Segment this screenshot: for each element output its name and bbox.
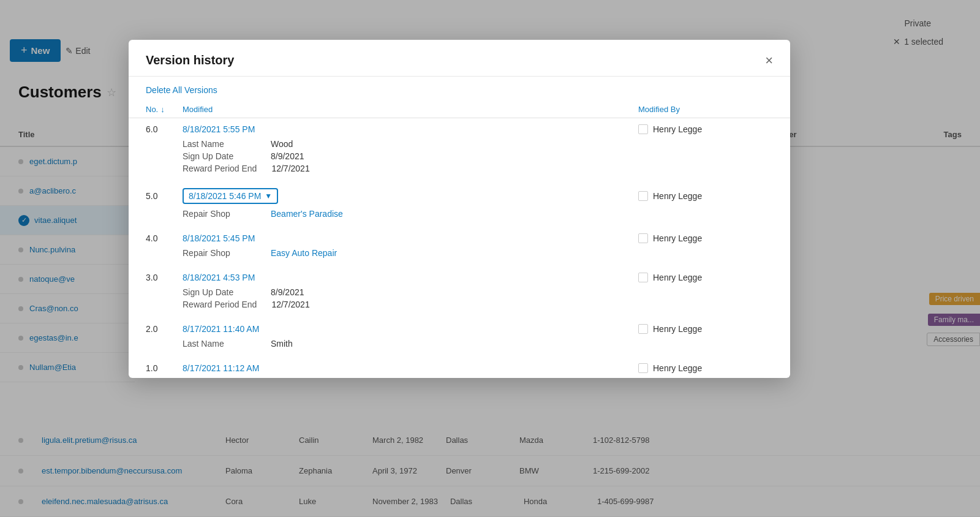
detail-row: Reward Period End 12/7/2021 — [183, 300, 773, 309]
version-main-row: 4.0 8/18/2021 5:45 PM Henry Legge — [146, 227, 773, 248]
version-date[interactable]: 8/17/2021 11:12 AM — [183, 363, 638, 373]
version-row-3: 3.0 8/18/2021 4:53 PM Henry Legge Sign U… — [129, 266, 790, 318]
dropdown-arrow-icon[interactable]: ▼ — [265, 192, 272, 200]
version-number: 1.0 — [146, 363, 183, 373]
version-row-5: 5.0 8/18/2021 5:46 PM ▼ Henry Legge — [129, 182, 790, 227]
detail-row: Repair Shop Beamer's Paradise — [183, 209, 773, 219]
version-date-link[interactable]: 8/18/2021 5:55 PM — [183, 124, 255, 134]
close-dialog-button[interactable]: × — [765, 54, 773, 67]
version-date[interactable]: 8/17/2021 11:40 AM — [183, 324, 638, 334]
version-date-link[interactable]: 8/18/2021 5:45 PM — [183, 233, 255, 243]
version-history-dialog: Version history × Delete All Versions No… — [129, 40, 790, 378]
detail-row: Repair Shop Easy Auto Repair — [183, 248, 773, 258]
version-number: 3.0 — [146, 273, 183, 282]
version-modified-by: Henry Legge — [638, 273, 773, 282]
version-number: 6.0 — [146, 124, 183, 134]
version-table-header: No. ↓ Modified Modified By — [129, 101, 790, 118]
detail-row: Last Name Wood — [183, 139, 773, 149]
version-detail: Last Name Smith — [146, 339, 773, 357]
dialog-header: Version history × — [129, 40, 790, 77]
version-row-6: 6.0 8/18/2021 5:55 PM Henry Legge Last N… — [129, 118, 790, 182]
dialog-body: Delete All Versions No. ↓ Modified Modif… — [129, 77, 790, 378]
version-main-row: 2.0 8/17/2021 11:40 AM Henry Legge — [146, 318, 773, 339]
version-date-link[interactable]: 8/17/2021 11:40 AM — [183, 324, 259, 334]
repair-shop-link[interactable]: Easy Auto Repair — [271, 248, 337, 258]
version-checkbox[interactable] — [638, 124, 648, 134]
version-main-row: 1.0 8/17/2021 11:12 AM Henry Legge — [146, 357, 773, 378]
selected-version-date[interactable]: 8/18/2021 5:46 PM ▼ — [183, 188, 278, 204]
col-modified-header[interactable]: Modified — [183, 105, 638, 114]
version-number: 5.0 — [146, 191, 183, 201]
version-modified-by: Henry Legge — [638, 324, 773, 334]
version-checkbox[interactable] — [638, 191, 648, 201]
version-detail: Repair Shop Easy Auto Repair — [146, 248, 773, 266]
version-row-4: 4.0 8/18/2021 5:45 PM Henry Legge Repair… — [129, 227, 790, 266]
version-date[interactable]: 8/18/2021 5:55 PM — [183, 124, 638, 134]
col-no-header[interactable]: No. ↓ — [146, 105, 183, 114]
detail-row: Sign Up Date 8/9/2021 — [183, 151, 773, 161]
detail-row: Sign Up Date 8/9/2021 — [183, 287, 773, 297]
delete-all-versions-link[interactable]: Delete All Versions — [129, 77, 790, 101]
version-main-row: 3.0 8/18/2021 4:53 PM Henry Legge — [146, 266, 773, 287]
dialog-title: Version history — [146, 53, 235, 67]
version-checkbox[interactable] — [638, 324, 648, 334]
version-modified-by: Henry Legge — [638, 363, 773, 373]
version-date[interactable]: 8/18/2021 5:45 PM — [183, 233, 638, 243]
version-checkbox[interactable] — [638, 363, 648, 373]
detail-row: Last Name Smith — [183, 339, 773, 349]
version-modified-by: Henry Legge — [638, 233, 773, 243]
col-modified-by-header: Modified By — [638, 105, 773, 114]
version-list[interactable]: 6.0 8/18/2021 5:55 PM Henry Legge Last N… — [129, 118, 790, 378]
version-main-row: 5.0 8/18/2021 5:46 PM ▼ Henry Legge — [146, 182, 773, 209]
version-checkbox[interactable] — [638, 273, 648, 282]
version-detail: Sign Up Date 8/9/2021 Reward Period End … — [146, 287, 773, 318]
version-row-1: 1.0 8/17/2021 11:12 AM Henry Legge — [129, 357, 790, 378]
version-detail: Repair Shop Beamer's Paradise — [146, 209, 773, 227]
version-checkbox[interactable] — [638, 233, 648, 243]
repair-shop-link[interactable]: Beamer's Paradise — [271, 209, 343, 219]
version-detail: Last Name Wood Sign Up Date 8/9/2021 Rew… — [146, 139, 773, 182]
version-date-link[interactable]: 8/17/2021 11:12 AM — [183, 363, 259, 373]
detail-row: Reward Period End 12/7/2021 — [183, 164, 773, 173]
version-date-selected[interactable]: 8/18/2021 5:46 PM ▼ — [183, 188, 638, 204]
version-date[interactable]: 8/18/2021 4:53 PM — [183, 273, 638, 282]
version-number: 4.0 — [146, 233, 183, 243]
version-main-row: 6.0 8/18/2021 5:55 PM Henry Legge — [146, 118, 773, 139]
version-date-link[interactable]: 8/18/2021 4:53 PM — [183, 273, 255, 282]
version-number: 2.0 — [146, 324, 183, 334]
version-row-2: 2.0 8/17/2021 11:40 AM Henry Legge Last … — [129, 318, 790, 357]
version-modified-by: Henry Legge — [638, 124, 773, 134]
version-modified-by: Henry Legge — [638, 191, 773, 201]
